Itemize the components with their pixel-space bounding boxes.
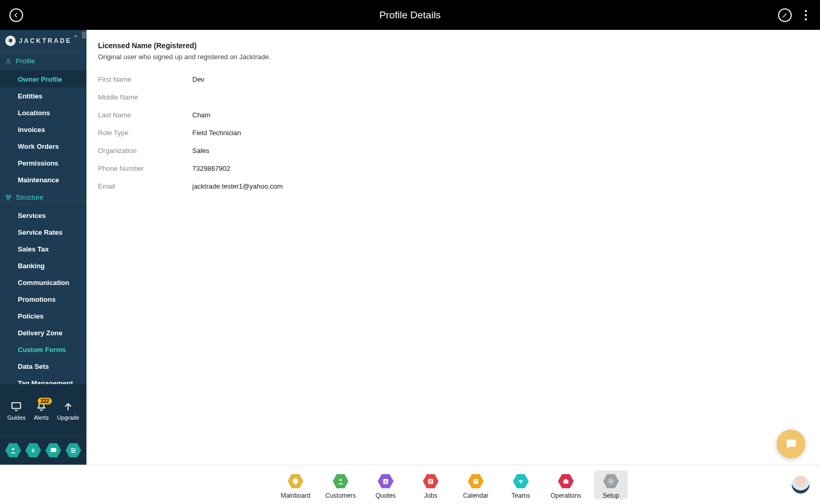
alerts-button[interactable]: 222 Alerts — [34, 401, 49, 421]
field-label: Phone Number — [98, 165, 192, 172]
section-title: Licensed Name (Registered) — [98, 41, 808, 50]
sidebar-item-data-sets[interactable]: Data Sets — [0, 358, 86, 375]
alerts-badge: 222 — [38, 398, 52, 404]
sidebar-item-owner-profile[interactable]: Owner Profile — [0, 71, 86, 87]
sidebar-icon-row: $ — [0, 435, 86, 465]
team-icon — [513, 474, 529, 489]
svg-point-10 — [72, 452, 73, 453]
sidebar-item-promotions[interactable]: Promotions — [0, 291, 86, 308]
svg-rect-4 — [12, 403, 21, 409]
svg-rect-3 — [7, 198, 9, 200]
field-row: Role TypeField Technician — [98, 124, 808, 141]
field-value: jacktrade.tester1@yahoo.com — [192, 182, 283, 190]
sidebar-item-entities[interactable]: Entities — [0, 87, 86, 104]
scrollbar-thumb[interactable] — [82, 31, 86, 39]
shortcut-settings-button[interactable] — [65, 443, 81, 458]
person-icon — [9, 446, 17, 455]
shortcut-chat-button[interactable] — [46, 443, 61, 458]
sidebar-item-services[interactable]: Services — [0, 207, 86, 224]
briefcase-icon — [558, 474, 574, 489]
field-row: Last NameCham — [98, 106, 808, 124]
field-value: Dev — [192, 75, 204, 83]
brand-badge-icon: ✱ — [5, 36, 16, 46]
sidebar-item-banking[interactable]: Banking — [0, 257, 86, 274]
nav-label: Operations — [551, 492, 582, 499]
sidebar-item-policies[interactable]: Policies — [0, 308, 86, 324]
field-row: Emailjacktrade.tester1@yahoo.com — [98, 177, 808, 195]
topbar: Profile Details — [0, 0, 820, 30]
alerts-label: Alerts — [34, 414, 49, 421]
sidebar-item-service-rates[interactable]: Service Rates — [0, 224, 86, 240]
nav-item-calendar[interactable]: Calendar — [459, 470, 493, 499]
field-label: Role Type — [98, 129, 192, 137]
svg-rect-1 — [6, 195, 8, 197]
brand-tm: ™ — [74, 35, 78, 39]
shield-icon — [288, 474, 303, 489]
field-value: 7329867902 — [192, 165, 230, 172]
more-menu-button[interactable] — [801, 8, 811, 22]
field-value: Field Technician — [192, 129, 241, 137]
shortcut-dollar-button[interactable]: $ — [25, 443, 41, 458]
gear-icon — [603, 474, 619, 489]
nav-item-teams[interactable]: Teams — [504, 470, 538, 499]
nav-label: Setup — [603, 492, 619, 499]
sidebar-section-label: Structure — [16, 193, 43, 201]
section-subtitle: Original user who signed up and register… — [98, 53, 808, 61]
nav-label: Quotes — [376, 492, 396, 499]
sidebar-item-work-orders[interactable]: Work Orders — [0, 138, 86, 155]
sidebar-item-sales-tax[interactable]: Sales Tax — [0, 240, 86, 257]
nav-item-jobs[interactable]: Jobs — [414, 470, 447, 499]
field-label: Organization — [98, 147, 192, 155]
field-label: Last Name — [98, 111, 192, 119]
svg-text:$: $ — [385, 479, 387, 484]
sidebar-item-communication[interactable]: Communication — [0, 274, 86, 291]
back-button[interactable] — [9, 8, 23, 22]
user-avatar[interactable] — [792, 476, 810, 494]
svg-point-5 — [12, 448, 14, 450]
field-value: Cham — [192, 111, 211, 119]
nav-label: Teams — [511, 492, 530, 499]
nav-item-setup[interactable]: Setup — [594, 470, 628, 499]
sidebar-item-maintenance[interactable]: Maintenance — [0, 171, 86, 188]
nav-item-quotes[interactable]: $Quotes — [369, 470, 402, 499]
topbar-actions — [778, 8, 811, 22]
sidebar-item-invoices[interactable]: Invoices — [0, 121, 86, 138]
sliders-icon — [69, 446, 78, 455]
sidebar-item-delivery-zone[interactable]: Delivery Zone — [0, 324, 86, 341]
chat-bubble-icon — [784, 437, 798, 451]
guides-button[interactable]: Guides — [7, 401, 26, 421]
shortcut-person-button[interactable] — [5, 443, 21, 458]
sidebar-item-permissions[interactable]: Permissions — [0, 155, 86, 171]
person-icon — [333, 474, 348, 489]
svg-point-8 — [71, 448, 73, 450]
nav-label: Mainboard — [281, 492, 311, 499]
svg-rect-20 — [565, 479, 567, 480]
nav-label: Calendar — [463, 492, 489, 499]
upgrade-label: Upgrade — [57, 414, 79, 421]
chevron-left-icon — [13, 12, 19, 18]
sidebar-section-structure[interactable]: Structure — [0, 188, 86, 207]
field-row: Middle Name — [98, 88, 808, 106]
nav-item-customers[interactable]: Customers — [324, 470, 357, 499]
guides-label: Guides — [7, 414, 26, 421]
svg-point-21 — [610, 480, 612, 483]
svg-point-11 — [340, 479, 342, 481]
sidebar-section-label: Profile — [16, 57, 35, 65]
svg-rect-15 — [473, 479, 478, 484]
nav-item-mainboard[interactable]: Mainboard — [279, 470, 312, 499]
chat-launcher-button[interactable] — [777, 430, 805, 458]
edit-button[interactable] — [778, 8, 792, 22]
nav-item-operations[interactable]: Operations — [549, 470, 583, 499]
nav-label: Jobs — [424, 492, 437, 499]
sidebar-item-custom-forms[interactable]: Custom Forms — [0, 341, 86, 358]
chat-icon — [49, 446, 58, 455]
brand-logo[interactable]: ✱ JACKTRADE ™ — [0, 30, 86, 52]
upgrade-button[interactable]: Upgrade — [57, 401, 79, 421]
svg-rect-2 — [9, 195, 11, 197]
main-content: Licensed Name (Registered) Original user… — [86, 30, 820, 465]
sidebar-footer: Guides 222 Alerts Upgrade $ — [0, 384, 86, 465]
structure-icon — [5, 194, 12, 201]
sidebar-item-locations[interactable]: Locations — [0, 104, 86, 121]
field-label: First Name — [98, 75, 192, 83]
sidebar-section-profile[interactable]: Profile — [0, 52, 86, 71]
